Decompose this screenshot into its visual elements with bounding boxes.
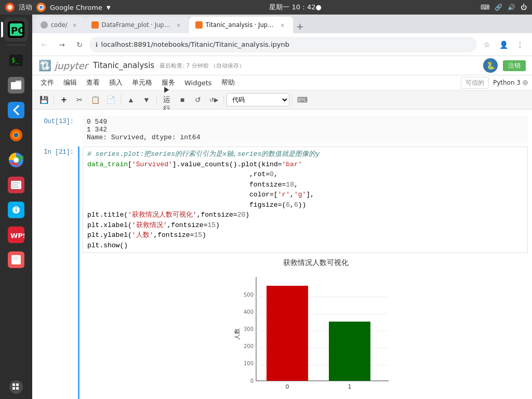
network-icon: 🔗	[495, 4, 502, 11]
svg-rect-20	[8, 202, 24, 218]
menu-widgets[interactable]: Widgets	[180, 77, 216, 88]
menu-edit[interactable]: 编辑	[59, 76, 81, 89]
code-line-6: figsize=(6,6))	[87, 200, 523, 210]
code-line-10: plt.show()	[87, 241, 523, 251]
svg-rect-19	[12, 187, 19, 188]
sidebar-item-chrome[interactable]	[4, 148, 28, 172]
output-text-13: 0 549 1 342 Name: Survived, dtype: int64	[83, 116, 528, 143]
tab-close-dataframe[interactable]: ×	[175, 21, 183, 29]
move-up-button[interactable]: ▲	[124, 92, 138, 107]
paste-cell-button[interactable]: 📄	[103, 92, 118, 107]
code-line-2: data_train['Survived'].value_counts().pl…	[87, 159, 523, 170]
cut-cell-button[interactable]: ✂	[72, 92, 87, 107]
sidebar-item-pycharm[interactable]: PC	[4, 18, 28, 42]
code-line-9: plt.ylabel('人数',fontsize=15)	[87, 230, 523, 241]
system-time: 星期一 10：42●	[269, 3, 322, 12]
menu-view[interactable]: 查看	[82, 76, 104, 89]
forward-button[interactable]: →	[54, 37, 70, 52]
toolbar-divider-3	[156, 95, 157, 105]
svg-point-12	[14, 133, 18, 137]
sidebar-item-text-editor[interactable]	[4, 173, 28, 197]
svg-text:1: 1	[348, 383, 351, 390]
toolbar-divider-1	[54, 95, 54, 105]
tab-icon-titanic	[195, 21, 203, 29]
logout-button[interactable]: 注销	[503, 60, 526, 71]
svg-rect-8	[8, 102, 24, 118]
svg-text:WPS: WPS	[10, 232, 24, 240]
menu-cell[interactable]: 单元格	[128, 76, 156, 89]
code-line-3: ,rot=0,	[87, 169, 523, 180]
sound-icon: 🔊	[508, 4, 515, 11]
svg-point-14	[14, 157, 19, 163]
svg-rect-28	[12, 383, 15, 386]
tab-close-titanic[interactable]: ×	[278, 21, 287, 29]
interrupt-button[interactable]: ■	[175, 92, 190, 107]
run-button[interactable]: ▶ 运行	[159, 92, 174, 107]
menu-file[interactable]: 文件	[36, 76, 58, 89]
kernel-info: Python 3	[493, 79, 528, 86]
keyboard-icon: ⌨	[481, 4, 489, 11]
account-button[interactable]: 👤	[496, 37, 511, 52]
move-down-button[interactable]: ▼	[139, 92, 154, 107]
jupyter-notebook: 🔃 jupyter Titanic_analysis 最后检查: 7 分钟前 （…	[32, 56, 532, 399]
code-line-7: plt.title('获救情况人数可视化',fontsize=20)	[87, 210, 523, 220]
cell-area[interactable]: Out[13]: 0 549 1 342 Name: Survived, dty…	[32, 110, 532, 399]
tab-titanic[interactable]: Titanic_analysis · Jupyte… ×	[189, 17, 293, 33]
ubuntu-logo-icon[interactable]	[5, 3, 15, 12]
svg-text:0: 0	[285, 383, 289, 390]
sidebar-item-wps[interactable]: WPS	[4, 223, 28, 247]
output-cell-13: Out[13]: 0 549 1 342 Name: Survived, dty…	[32, 115, 532, 144]
new-tab-button[interactable]: +	[293, 19, 308, 33]
svg-rect-25	[12, 257, 20, 258]
bookmark-button[interactable]: ☆	[479, 37, 495, 52]
app-name-label: Google Chrome	[50, 4, 102, 11]
keyboard-shortcuts-button[interactable]: ⌨	[295, 92, 310, 107]
nav-actions: ☆ 👤 ⋮	[479, 37, 528, 52]
activities-label[interactable]: 活动	[19, 3, 32, 12]
address-bar[interactable]: ℹ localhost:8891/notebooks/Titanic/Titan…	[89, 37, 477, 52]
sidebar-item-files[interactable]	[4, 73, 28, 97]
code-line-8: plt.xlabel('获救情况',fontsize=15)	[87, 220, 523, 231]
sidebar-item-skype[interactable]	[4, 198, 28, 222]
restart-button[interactable]: ↺	[191, 92, 205, 107]
tab-icon-code	[41, 21, 48, 29]
tab-close-code[interactable]: ×	[71, 21, 79, 29]
tab-dataframe[interactable]: DataFrame_plot · Jupyte… ×	[85, 17, 189, 33]
sidebar-item-notepad[interactable]	[4, 248, 28, 272]
tab-code[interactable]: code/ ×	[34, 17, 85, 33]
save-button[interactable]: 💾	[36, 92, 51, 107]
code-editor-21[interactable]: # series.plot:把series的行索引引为是x轴,series的数值…	[83, 147, 528, 253]
tab-title-titanic: Titanic_analysis · Jupyte…	[206, 21, 275, 29]
sidebar-item-app-grid[interactable]	[4, 375, 28, 399]
sidebar-item-vscode[interactable]	[4, 98, 28, 122]
python-logo-icon: 🐍	[483, 58, 498, 73]
bar-chart-svg: 0 100 200 300 400 500	[233, 272, 399, 399]
code-line-5: color=['r','g'],	[87, 190, 523, 200]
menu-help[interactable]: 帮助	[217, 76, 239, 89]
cell-type-select[interactable]: 代码 Markdown Raw NBConvert	[227, 93, 289, 107]
kernel-name: Python 3	[493, 79, 521, 86]
copy-cell-button[interactable]: 📋	[88, 92, 102, 107]
app-menu-arrow: ▼	[107, 5, 111, 10]
sidebar-item-firefox[interactable]	[4, 123, 28, 147]
svg-rect-31	[16, 387, 19, 390]
menu-button[interactable]: ⋮	[512, 37, 528, 52]
menu-insert[interactable]: 插入	[105, 76, 127, 89]
code-content-21[interactable]: # series.plot:把series的行索引引为是x轴,series的数值…	[78, 147, 528, 399]
svg-rect-26	[12, 259, 18, 260]
add-cell-button[interactable]: +	[57, 92, 71, 107]
secure-icon: ℹ	[96, 41, 98, 48]
chart-output: 获救情况人数可视化 0 100	[83, 253, 528, 399]
code-line-4: fontsize=18,	[87, 180, 523, 190]
toolbar-divider-2	[121, 95, 121, 105]
sidebar-item-terminal[interactable]: $_	[4, 48, 28, 72]
notebook-title[interactable]: Titanic_analysis	[93, 61, 154, 70]
restart-run-button[interactable]: ↺▶	[206, 92, 221, 107]
save-info: 最后检查: 7 分钟前 （自动保存）	[159, 62, 245, 70]
reload-button[interactable]: ↻	[72, 37, 87, 52]
nav-bar: ← → ↻ ℹ localhost:8891/notebooks/Titanic…	[32, 33, 532, 56]
kernel-status-dot	[523, 80, 528, 85]
back-button[interactable]: ←	[36, 37, 52, 52]
svg-point-0	[7, 5, 12, 10]
code-cell-21[interactable]: In [21]: # series.plot:把series的行索引引为是x轴,…	[32, 145, 532, 399]
